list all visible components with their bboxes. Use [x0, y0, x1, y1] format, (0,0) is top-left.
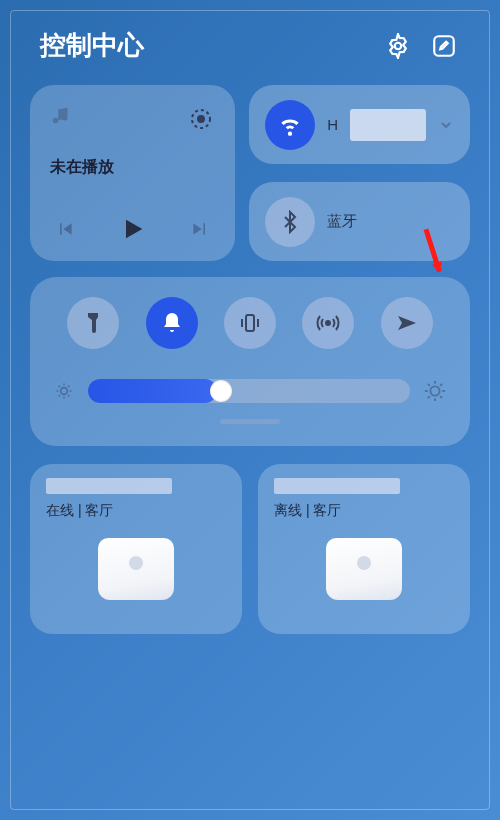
device-image: [326, 538, 402, 600]
brightness-thumb[interactable]: [210, 380, 232, 402]
device-image: [98, 538, 174, 600]
device-status-label: 离线 | 客厅: [274, 502, 454, 520]
brightness-fill: [88, 379, 217, 403]
frame: [10, 10, 490, 810]
brightness-slider[interactable]: [54, 379, 446, 403]
brightness-track[interactable]: [88, 379, 410, 403]
device-name-redacted: [274, 478, 400, 494]
device-status-label: 在线 | 客厅: [46, 502, 226, 520]
device-tile-0[interactable]: 在线 | 客厅: [30, 464, 242, 634]
device-name-redacted: [46, 478, 172, 494]
device-tile-1[interactable]: 离线 | 客厅: [258, 464, 470, 634]
